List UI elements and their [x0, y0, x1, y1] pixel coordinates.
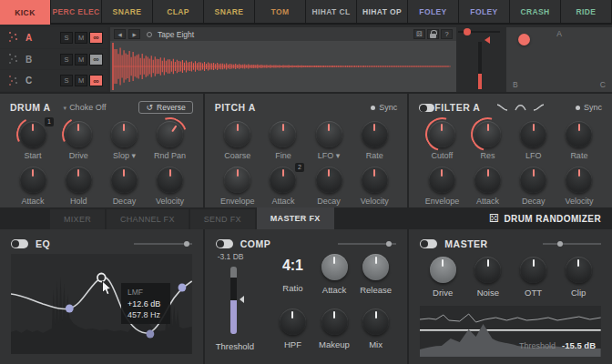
tab-hihat-cl[interactable]: HIHAT CL: [306, 0, 357, 25]
comp-release-knob[interactable]: [362, 254, 389, 280]
drum-synth-app: KICK PERC ELEC SNARE CLAP SNARE TOM HIHA…: [0, 0, 612, 364]
lock-icon[interactable]: [427, 29, 439, 39]
link-icon[interactable]: ∞: [89, 54, 103, 66]
layer-row-c[interactable]: C S M ∞: [0, 70, 107, 91]
filter-attack-knob[interactable]: [474, 167, 501, 193]
pan-slider-handle[interactable]: [464, 28, 471, 35]
filter-envelope-knob[interactable]: [429, 167, 455, 193]
ratio-readout[interactable]: 4:1 Ratio: [282, 254, 303, 293]
eq-node-hmf[interactable]: [147, 330, 155, 339]
help-icon[interactable]: ?: [441, 29, 453, 39]
res-knob[interactable]: [474, 121, 501, 147]
threshold-slider[interactable]: [230, 267, 237, 334]
pitch-envelope-knob[interactable]: [224, 167, 250, 193]
highpass-icon[interactable]: [533, 103, 545, 112]
bandpass-icon[interactable]: [515, 103, 526, 112]
amp-attack-knob[interactable]: [20, 167, 46, 193]
amp-decay-knob[interactable]: [111, 167, 138, 193]
layer-row-a[interactable]: A S M ∞: [0, 27, 107, 48]
cutoff-knob[interactable]: [429, 121, 455, 147]
tab-clap[interactable]: CLAP: [153, 0, 204, 25]
pitch-decay-knob[interactable]: [316, 167, 342, 193]
solo-button[interactable]: S: [60, 54, 73, 66]
eq-node-hf[interactable]: [178, 284, 187, 292]
random-sample-icon[interactable]: ⚄: [413, 29, 425, 39]
comp-attack-knob[interactable]: [321, 254, 348, 280]
pitch-velocity-knob[interactable]: [362, 167, 388, 193]
hpf-knob[interactable]: [280, 308, 306, 335]
tab-ride[interactable]: RIDE: [561, 0, 612, 25]
tab-channel-fx[interactable]: CHANNEL FX: [107, 209, 189, 229]
tab-snare-2[interactable]: SNARE: [204, 0, 255, 25]
tab-master-fx[interactable]: MASTER FX: [257, 207, 334, 229]
tab-kick[interactable]: KICK: [0, 0, 51, 25]
eq-tooltip: LMF +12.6 dB 457.8 Hz: [121, 283, 170, 324]
solo-button[interactable]: S: [60, 75, 73, 86]
filter-velocity-knob[interactable]: [566, 167, 592, 193]
drive-knob[interactable]: [66, 121, 92, 147]
choke-select[interactable]: ▾Choke Off: [64, 103, 107, 112]
tab-foley-1[interactable]: FOLEY: [408, 0, 459, 25]
link-icon[interactable]: ∞: [89, 75, 103, 86]
clip-knob[interactable]: [566, 257, 592, 283]
pitch-lfo-knob[interactable]: [316, 121, 342, 147]
filter-decay-knob[interactable]: [520, 167, 546, 193]
eq-tooltip-freq: 457.8 Hz: [128, 310, 164, 319]
link-icon[interactable]: ∞: [89, 32, 103, 44]
pitch-sync-toggle[interactable]: Sync: [371, 103, 397, 112]
hold-knob[interactable]: [66, 167, 92, 193]
filter-rate-knob[interactable]: [566, 121, 592, 147]
ott-knob[interactable]: [520, 257, 546, 283]
eq-amount-slider[interactable]: [134, 239, 192, 248]
pan-slider[interactable]: [458, 31, 500, 33]
fine-knob[interactable]: [270, 121, 296, 147]
mix-knob[interactable]: [362, 308, 389, 335]
blend-handle[interactable]: [518, 34, 530, 46]
tab-snare-1[interactable]: SNARE: [102, 0, 153, 25]
master-enable-toggle[interactable]: [420, 239, 437, 248]
tab-mixer[interactable]: MIXER: [50, 209, 105, 229]
waveform-display[interactable]: [110, 41, 456, 92]
eq-enable-toggle[interactable]: [11, 239, 28, 248]
noise-knob[interactable]: [474, 257, 501, 283]
lowpass-icon[interactable]: [496, 103, 508, 112]
reverse-button[interactable]: ↺Reverse: [138, 101, 192, 114]
mute-button[interactable]: M: [75, 32, 87, 44]
layer-row-b[interactable]: B S M ∞: [0, 49, 107, 70]
master-amount-slider[interactable]: [543, 239, 601, 248]
tab-hihat-op[interactable]: HIHAT OP: [357, 0, 408, 25]
gain-fader[interactable]: [478, 42, 482, 89]
master-drive-knob[interactable]: [430, 257, 456, 283]
eq-graph[interactable]: LMF +12.6 dB 457.8 Hz: [11, 254, 192, 354]
next-sample-button[interactable]: ▶: [128, 29, 140, 39]
comp-enable-toggle[interactable]: [216, 239, 233, 248]
solo-button[interactable]: S: [60, 32, 73, 44]
mute-button[interactable]: M: [75, 54, 87, 66]
layer-blend-pad[interactable]: A B C: [506, 27, 612, 92]
pitch-rate-knob[interactable]: [362, 121, 388, 147]
tab-crash[interactable]: CRASH: [510, 0, 561, 25]
tab-tom[interactable]: TOM: [255, 0, 306, 25]
comp-amount-slider[interactable]: [338, 239, 396, 248]
amp-velocity-knob[interactable]: [157, 167, 183, 193]
mute-button[interactable]: M: [75, 75, 87, 86]
start-knob[interactable]: [20, 121, 46, 147]
eq-node-lf[interactable]: [66, 305, 74, 313]
drum-randomizer-button[interactable]: ⚄ DRUM RANDOMIZER: [489, 207, 612, 229]
tab-perc-elec[interactable]: PERC ELEC: [51, 0, 102, 25]
slop-knob[interactable]: [111, 121, 138, 147]
tab-foley-2[interactable]: FOLEY: [459, 0, 510, 25]
comp-title: COMP: [240, 238, 271, 249]
limiter-meter[interactable]: Threshold -15.5 dB: [420, 306, 601, 357]
tab-send-fx[interactable]: SEND FX: [190, 209, 255, 229]
prev-sample-button[interactable]: ◀: [114, 29, 126, 39]
filter-enable-toggle[interactable]: [419, 104, 434, 112]
filter-lfo-knob[interactable]: [520, 121, 546, 147]
pitch-attack-knob[interactable]: [270, 167, 296, 193]
filter-sync-toggle[interactable]: Sync: [576, 103, 602, 112]
sample-name[interactable]: Tape Eight: [158, 30, 194, 39]
rnd-pan-knob[interactable]: [157, 121, 183, 147]
coarse-knob[interactable]: [224, 121, 250, 147]
gain-fader-marker[interactable]: [484, 36, 490, 44]
makeup-knob[interactable]: [321, 308, 348, 335]
